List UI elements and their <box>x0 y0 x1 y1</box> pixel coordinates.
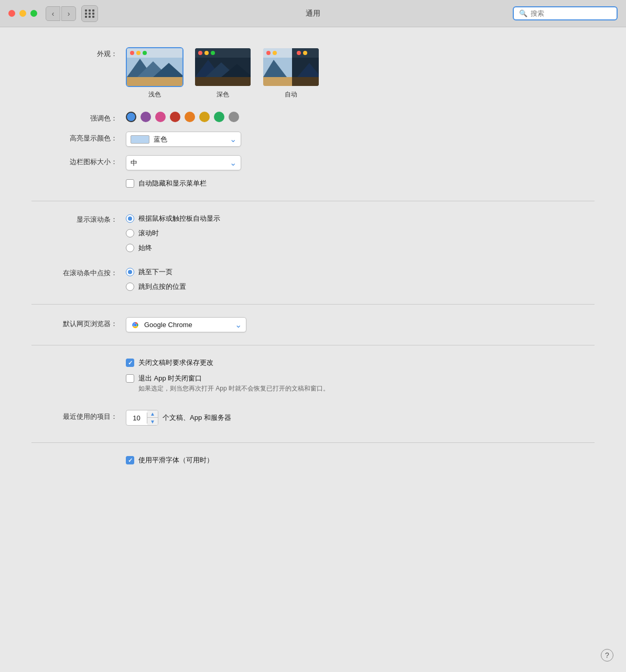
swatch-gray[interactable] <box>229 112 239 122</box>
scrollbar-option-2[interactable]: 始终 <box>126 243 152 253</box>
click-scrollbar-option-1[interactable]: 跳到点按的位置 <box>126 282 186 291</box>
stepper-down-button[interactable]: ▼ <box>147 418 158 425</box>
appearance-options: 浅色 <box>126 47 595 99</box>
swatch-green[interactable] <box>214 112 224 122</box>
appearance-light-thumb <box>126 47 184 87</box>
close-button[interactable] <box>8 10 15 17</box>
swatch-yellow[interactable] <box>199 112 210 122</box>
svg-rect-5 <box>127 77 184 87</box>
sidebar-icon-size-row: 边栏图标大小： 中 ⌄ <box>31 151 595 175</box>
auto-hide-checkbox-row[interactable]: 自动隐藏和显示菜单栏 <box>126 179 207 188</box>
highlight-color-dropdown[interactable]: 蓝色 ⌄ <box>126 132 241 147</box>
back-button[interactable]: ‹ <box>46 6 60 21</box>
appearance-dark[interactable]: 深色 <box>194 47 252 99</box>
appearance-row: 外观： <box>31 43 595 103</box>
svg-rect-15 <box>195 48 252 58</box>
scrollbar-auto-text: 根据鼠标或触控板自动显示 <box>138 214 220 223</box>
stepper-value: 10 <box>126 413 147 424</box>
default-browser-value: Google Chrome <box>144 321 192 329</box>
close-on-quit-subtext: 如果选定，则当您再次打开 App 时就不会恢复已打开的文稿和窗口。 <box>138 384 329 393</box>
sidebar-icon-size-value: 中 <box>131 158 137 168</box>
divider-4 <box>31 442 595 443</box>
chrome-icon <box>131 320 140 330</box>
swatch-red[interactable] <box>170 112 180 122</box>
auto-hide-text: 自动隐藏和显示菜单栏 <box>138 179 207 188</box>
scrollbar-option-1[interactable]: 滚动时 <box>126 229 159 238</box>
svg-point-27 <box>266 51 271 55</box>
show-scrollbar-content: 根据鼠标或触控板自动显示 滚动时 始终 <box>126 214 595 253</box>
close-docs-checkbox-row[interactable]: 关闭文稿时要求保存更改 <box>126 358 213 367</box>
auto-hide-checkbox[interactable] <box>126 179 134 188</box>
smooth-font-row: 使用平滑字体（可用时） <box>31 451 595 469</box>
svg-point-8 <box>136 51 141 55</box>
svg-point-18 <box>211 51 215 55</box>
appearance-light[interactable]: 浅色 <box>126 47 184 99</box>
appearance-auto[interactable]: 自动 <box>262 47 320 99</box>
scrollbar-always-text: 始终 <box>138 243 152 253</box>
dropdown-left: 中 <box>131 158 137 168</box>
smooth-font-label <box>31 456 126 458</box>
titlebar: ‹ › 通用 🔍 <box>0 0 626 27</box>
search-icon: 🔍 <box>519 9 527 17</box>
svg-rect-24 <box>292 77 320 87</box>
close-docs-checkbox[interactable] <box>126 359 134 367</box>
close-docs-content: 关闭文稿时要求保存更改 退出 App 时关闭窗口 如果选定，则当您再次打开 Ap… <box>126 358 595 393</box>
grid-button[interactable] <box>81 5 98 22</box>
smooth-font-checkbox[interactable] <box>126 456 134 464</box>
recent-items-stepper[interactable]: 10 ▲ ▼ <box>126 410 158 426</box>
radio-click-next[interactable] <box>126 268 134 276</box>
svg-point-16 <box>198 51 202 55</box>
nav-arrows: ‹ › <box>46 6 76 21</box>
main-content: 外观： <box>0 27 626 485</box>
default-browser-label: 默认网页浏览器： <box>31 317 126 329</box>
close-docs-text: 关闭文稿时要求保存更改 <box>138 358 213 367</box>
chevron-down-icon: ⌄ <box>235 320 242 330</box>
swatch-orange[interactable] <box>185 112 195 122</box>
stepper-up-button[interactable]: ▲ <box>147 410 158 418</box>
highlight-color-box <box>131 135 149 144</box>
auto-thumb-svg <box>263 48 320 87</box>
svg-point-29 <box>297 51 301 55</box>
maximize-button[interactable] <box>30 10 37 17</box>
auto-hide-menu-row: 自动隐藏和显示菜单栏 <box>31 175 595 192</box>
help-button[interactable]: ? <box>601 649 613 662</box>
swatch-purple[interactable] <box>141 112 151 122</box>
radio-scrollbar-auto[interactable] <box>126 214 134 223</box>
default-browser-dropdown[interactable]: Google Chrome ⌄ <box>126 317 246 332</box>
appearance-auto-thumb <box>262 47 320 87</box>
accent-color-label: 强调色： <box>31 112 126 123</box>
swatch-blue[interactable] <box>126 112 136 122</box>
radio-scrollbar-scroll[interactable] <box>126 229 134 237</box>
search-input[interactable] <box>531 9 611 17</box>
divider-1 <box>31 201 595 201</box>
close-docs-row: 关闭文稿时要求保存更改 退出 App 时关闭窗口 如果选定，则当您再次打开 Ap… <box>31 354 595 397</box>
svg-rect-21 <box>263 77 292 87</box>
radio-scrollbar-always[interactable] <box>126 244 134 252</box>
search-box[interactable]: 🔍 <box>513 6 618 20</box>
close-on-quit-checkbox-row[interactable]: 退出 App 时关闭窗口 <box>126 374 329 383</box>
divider-2 <box>31 304 595 305</box>
smooth-font-content: 使用平滑字体（可用时） <box>126 456 595 465</box>
radio-click-position[interactable] <box>126 283 134 291</box>
help-icon: ? <box>605 651 609 659</box>
scrollbar-option-0[interactable]: 根据鼠标或触控板自动显示 <box>126 214 220 223</box>
svg-point-28 <box>273 51 277 55</box>
scrollbar-scroll-text: 滚动时 <box>138 229 159 238</box>
accent-color-row: 强调色： <box>31 107 595 127</box>
chevron-down-icon: ⌄ <box>230 134 236 144</box>
smooth-font-checkbox-row[interactable]: 使用平滑字体（可用时） <box>126 456 213 465</box>
chevron-down-icon: ⌄ <box>230 158 236 168</box>
close-on-quit-text: 退出 App 时关闭窗口 <box>138 374 202 383</box>
svg-rect-14 <box>195 77 252 87</box>
recent-items-label: 最近使用的项目： <box>31 410 126 421</box>
sidebar-icon-size-dropdown[interactable]: 中 ⌄ <box>126 155 241 170</box>
click-scrollbar-option-0[interactable]: 跳至下一页 <box>126 267 172 277</box>
forward-button[interactable]: › <box>61 6 76 21</box>
swatch-pink[interactable] <box>155 112 166 122</box>
minimize-button[interactable] <box>19 10 26 17</box>
click-scrollbar-content: 跳至下一页 跳到点按的位置 <box>126 267 595 291</box>
accent-color-swatches <box>126 112 595 122</box>
highlight-color-content: 蓝色 ⌄ <box>126 132 595 147</box>
close-on-quit-checkbox[interactable] <box>126 374 134 383</box>
svg-point-7 <box>130 51 134 55</box>
